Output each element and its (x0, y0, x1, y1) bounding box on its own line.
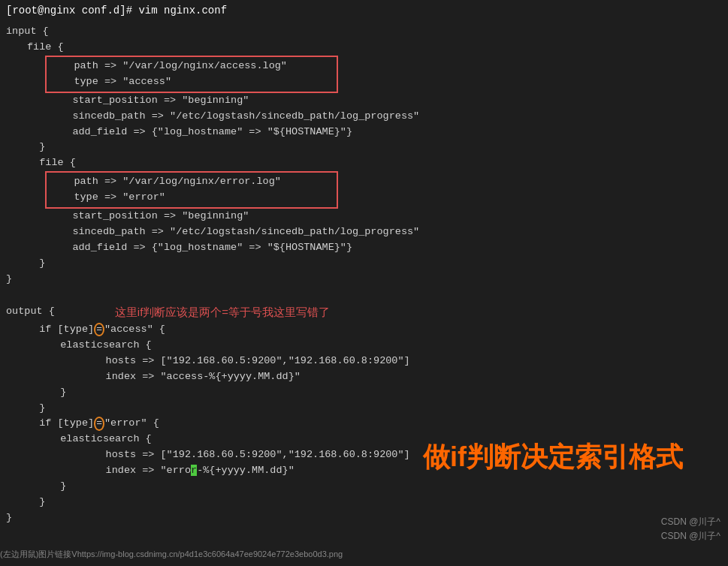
red-box-1: path => "/var/log/nginx/access.log" type… (45, 56, 338, 93)
red-box-2: path => "/var/log/nginx/error.log" type … (45, 171, 338, 209)
code-line (6, 288, 722, 303)
csdn-watermark: CSDN @川子^ CSDN @川子^ (661, 515, 720, 543)
code-line: file { (6, 40, 722, 56)
cursor: r (191, 465, 197, 476)
code-line: } (6, 401, 722, 417)
code-line: add_field => {"log_hostname" => "${HOSTN… (6, 125, 722, 140)
code-line: } (6, 140, 722, 155)
circle-eq-icon: = (94, 323, 104, 336)
code-line: index => "access-%{+yyyy.MM.dd}" (6, 369, 722, 385)
code-line: } (6, 479, 722, 495)
code-line: elasticsearch { (6, 338, 722, 354)
code-line: start_position => "beginning" (6, 209, 722, 224)
code-line: add_field => {"log_hostname" => "${HOSTN… (6, 240, 722, 256)
bottom-url: (左边用鼠)图片链接Vhttps://img-blog.csdnimg.cn/p… (0, 549, 343, 560)
code-line: } (6, 256, 722, 272)
code-line: input { (6, 24, 722, 40)
code-line: } (6, 510, 722, 526)
code-line: type => "access" (50, 74, 331, 90)
code-line: output { (6, 304, 55, 320)
command-line: [root@nginx conf.d]# vim nginx.conf (6, 5, 722, 17)
code-line: } (6, 272, 722, 288)
code-line: } (6, 495, 722, 510)
code-line: file { (6, 155, 722, 171)
code-line: path => "/var/log/nginx/access.log" (50, 59, 331, 74)
code-line: start_position => "beginning" (6, 93, 722, 109)
code-line: sincedb_path => "/etc/logstash/sincedb_p… (6, 109, 722, 125)
code-line: if [type]="error" { (6, 416, 722, 432)
code-line: hosts => ["192.168.60.5:9200","192.168.6… (6, 354, 722, 369)
code-line: sincedb_path => "/etc/logstash/sincedb_p… (6, 224, 722, 240)
annotation-2: 做if判断决定索引格式 (423, 439, 683, 476)
annotation-1: 这里if判断应该是两个=等于号我这里写错了 (115, 303, 330, 321)
circle-eq-icon-2: = (94, 417, 104, 430)
code-line: if [type]="access" { (6, 322, 722, 338)
code-line: } (6, 385, 722, 401)
terminal: [root@nginx conf.d]# vim nginx.conf inpu… (0, 0, 728, 566)
code-line: type => "error" (50, 190, 331, 206)
code-line: path => "/var/log/nginx/error.log" (50, 174, 331, 190)
